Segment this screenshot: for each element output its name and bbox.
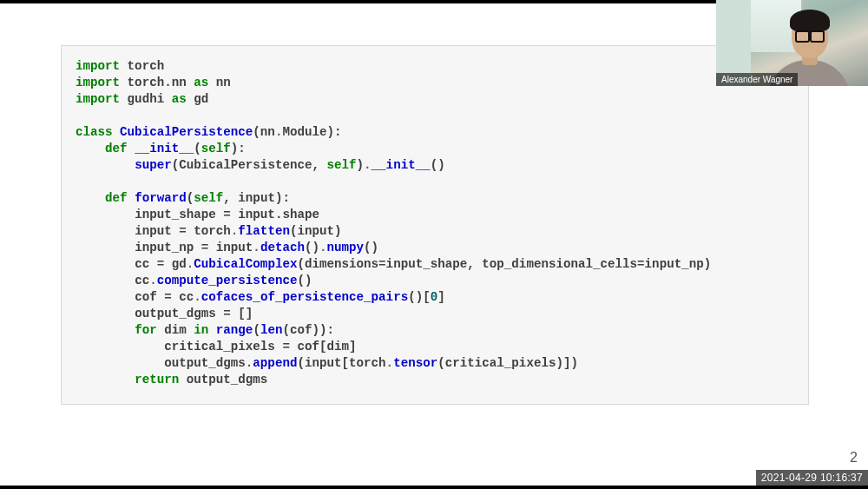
append-l: output_dgms xyxy=(164,356,246,370)
kw-as: as xyxy=(194,76,208,89)
fn-forward: forward xyxy=(135,191,187,205)
cof-idx: 0 xyxy=(431,290,438,304)
alias-nn: nn xyxy=(216,76,231,89)
loop-var: dim xyxy=(164,323,187,337)
class-name: CubicalPersistence xyxy=(120,125,253,139)
kw-as: as xyxy=(172,92,187,106)
mod-torch: torch xyxy=(128,59,165,73)
kw-class: class xyxy=(76,125,113,139)
append-inner-r: (critical_pixels)]) xyxy=(437,356,578,370)
self-kw: self xyxy=(327,158,357,172)
flatten-l: input = torch xyxy=(135,224,231,238)
cc-cls: CubicalComplex xyxy=(194,257,297,271)
base-cls: Module xyxy=(282,125,326,139)
range-arg: cof xyxy=(290,323,312,337)
param-input: input xyxy=(238,191,275,205)
fn-cofaces: cofaces_of_persistence_pairs xyxy=(201,290,408,304)
kw-import: import xyxy=(76,76,120,89)
kw-import: import xyxy=(76,59,120,73)
presenter-name-tag: Alexander Wagner xyxy=(716,73,798,86)
mod-gudhi: gudhi xyxy=(128,92,165,106)
fn-numpy: numpy xyxy=(327,241,365,254)
cc-args: (dimensions=input_shape, top_dimensional… xyxy=(297,257,711,271)
kw-return: return xyxy=(135,373,179,387)
fn-init: __init__ xyxy=(135,142,194,155)
fn-super: super xyxy=(135,158,172,172)
detach-l: input_np = input xyxy=(135,241,253,254)
fn-init-call: __init__ xyxy=(372,158,431,172)
crit-line: critical_pixels = cof[dim] xyxy=(164,340,356,354)
fn-append: append xyxy=(253,356,297,370)
flatten-r: (input) xyxy=(290,224,342,238)
recording-timestamp: 2021-04-29 10:16:37 xyxy=(756,470,868,486)
base-ns: nn xyxy=(260,125,275,139)
super-cls: CubicalPersistence xyxy=(179,158,312,172)
cc-compute-l: cc xyxy=(135,274,149,287)
line-shape: input_shape = input.shape xyxy=(135,208,319,221)
return-val: output_dgms xyxy=(187,373,268,387)
fn-len: len xyxy=(260,323,283,337)
fn-compute-persistence: compute_persistence xyxy=(157,274,298,287)
fn-detach: detach xyxy=(260,241,305,254)
code-block: import torch import torch.nn as nn impor… xyxy=(61,45,809,405)
fn-range: range xyxy=(216,323,253,337)
fn-tensor: tensor xyxy=(393,356,437,370)
self-kw: self xyxy=(201,142,231,155)
cc-l: cc = gd xyxy=(135,257,187,271)
cof-l: cof = cc xyxy=(135,290,194,304)
append-inner-l: (input[torch xyxy=(297,356,385,370)
fn-flatten: flatten xyxy=(238,224,290,238)
out-init: output_dgms = [] xyxy=(135,307,253,320)
kw-def: def xyxy=(105,191,128,205)
kw-for: for xyxy=(135,323,157,337)
kw-import: import xyxy=(76,92,120,106)
alias-gd: gd xyxy=(194,92,208,106)
page-number: 2 xyxy=(850,450,858,466)
mod-torchnn: torch.nn xyxy=(128,76,187,89)
kw-in: in xyxy=(194,323,208,337)
presenter-webcam: Alexander Wagner xyxy=(716,0,868,86)
self-kw: self xyxy=(194,191,223,205)
kw-def: def xyxy=(105,142,128,155)
